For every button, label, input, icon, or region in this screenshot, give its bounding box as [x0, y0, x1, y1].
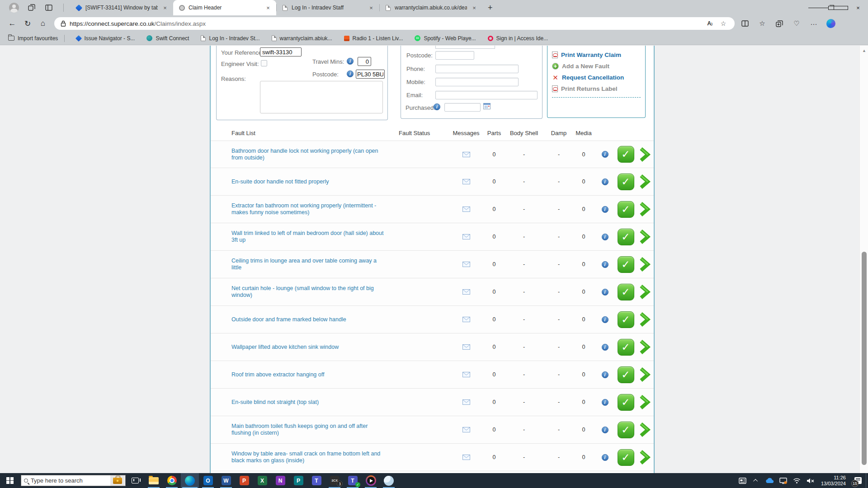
info-icon[interactable]: i [602, 234, 609, 240]
purchased-info-icon[interactable]: i [434, 103, 440, 110]
minimize-button[interactable] [808, 0, 828, 15]
fault-link[interactable]: Net curtain hole - lounge (small window … [231, 285, 374, 298]
complete-check-button[interactable]: ✓ [618, 174, 634, 190]
info-icon[interactable]: i [602, 316, 609, 323]
profile-avatar[interactable] [9, 3, 19, 13]
collections-icon[interactable] [772, 17, 787, 30]
open-fault-chevron[interactable] [639, 284, 651, 300]
complete-check-button[interactable]: ✓ [618, 366, 634, 383]
restore-button[interactable] [828, 0, 848, 15]
fault-link[interactable]: Ceiling trims in lounge area and over ta… [231, 258, 377, 271]
tab-swift-33141[interactable]: [SWIFT-33141] Window by table × [70, 0, 173, 15]
favorites-icon[interactable]: ☆ [755, 17, 770, 30]
search-input[interactable] [31, 475, 110, 486]
open-fault-chevron[interactable] [639, 257, 651, 272]
new-tab-button[interactable]: + [482, 3, 498, 13]
favorite-issue-navigator[interactable]: Issue Navigator - S... [76, 35, 135, 42]
favorite-import[interactable]: Import favourites [8, 35, 58, 42]
mobile-input[interactable] [435, 78, 519, 86]
open-fault-chevron[interactable] [639, 367, 651, 382]
open-fault-chevron[interactable] [639, 229, 651, 244]
close-button[interactable]: × [848, 0, 868, 15]
your-reference-input[interactable] [260, 47, 302, 56]
message-envelope-icon[interactable] [462, 206, 470, 212]
message-envelope-icon[interactable] [462, 317, 470, 322]
taskbar-app-circle[interactable] [380, 473, 398, 488]
add-favorite-star-icon[interactable]: ☆ [717, 18, 730, 29]
open-fault-chevron[interactable] [639, 147, 651, 162]
taskbar-app-3cx[interactable]: 3CX3 [326, 473, 344, 488]
close-tab-icon[interactable]: × [471, 5, 478, 11]
settings-more-icon[interactable]: ··· [806, 17, 821, 30]
open-fault-chevron[interactable] [639, 339, 651, 355]
action-add-new-fault[interactable]: + Add a New Fault [552, 61, 641, 72]
address-bar[interactable]: https://connect.supercare.co.uk/Claims/i… [54, 17, 735, 30]
fault-link[interactable]: Outside door and frame marked below hand… [231, 316, 346, 323]
message-envelope-icon[interactable] [462, 372, 470, 377]
split-screen-icon[interactable] [737, 17, 753, 30]
action-print-warranty-claim[interactable]: Print Warranty Claim [552, 49, 641, 61]
taskbar-search[interactable] [21, 475, 126, 486]
travel-mins-input[interactable] [358, 57, 371, 66]
complete-check-button[interactable]: ✓ [618, 449, 634, 466]
reasons-textarea[interactable] [260, 81, 383, 113]
postcode-info-icon[interactable]: i [347, 70, 354, 77]
action-print-returns-label[interactable]: Print Returns Label [552, 83, 641, 94]
tab-warrantyclaim[interactable]: warrantyclaim.abiuk.co.uk/dealer × [379, 0, 482, 15]
message-envelope-icon[interactable] [462, 344, 470, 350]
info-icon[interactable]: i [602, 454, 609, 461]
message-envelope-icon[interactable] [462, 152, 470, 157]
start-button[interactable] [0, 473, 20, 488]
close-tab-icon[interactable]: × [368, 5, 375, 11]
onedrive-icon[interactable] [763, 473, 777, 488]
message-envelope-icon[interactable] [462, 289, 470, 295]
wifi-icon[interactable] [790, 473, 804, 488]
fault-link[interactable]: Extractor fan bathroom not working prope… [231, 202, 376, 216]
open-fault-chevron[interactable] [639, 450, 651, 465]
complete-check-button[interactable]: ✓ [618, 339, 634, 356]
fault-link[interactable]: Roof trim above extractor hanging off [231, 371, 324, 378]
info-icon[interactable]: i [602, 399, 609, 406]
tray-expand-chevron[interactable] [750, 473, 763, 488]
complete-check-button[interactable]: ✓ [618, 311, 634, 328]
taskbar-app-word[interactable]: W [217, 473, 235, 488]
action-center-button[interactable]: 15 [850, 473, 866, 488]
favorite-access-identity[interactable]: Sign in | Access Ide... [488, 35, 548, 42]
info-icon[interactable]: i [602, 427, 609, 433]
favorite-swift-connect[interactable]: Swift Connect [146, 35, 189, 42]
taskbar-app-outlook[interactable]: O [199, 473, 217, 488]
taskbar-app-teams[interactable]: T [307, 473, 326, 488]
taskbar-app-media-player[interactable] [362, 473, 380, 488]
engineer-visit-checkbox[interactable] [261, 60, 267, 66]
complete-check-button[interactable]: ✓ [618, 422, 634, 438]
complete-check-button[interactable]: ✓ [618, 284, 634, 300]
widgets-news-icon[interactable] [736, 473, 750, 488]
fault-link[interactable]: En-suite door handle not fitted properly [231, 178, 329, 185]
close-tab-icon[interactable]: × [264, 5, 272, 11]
taskbar-app-powerpoint[interactable]: P [235, 473, 253, 488]
volume-muted-icon[interactable] [804, 473, 817, 488]
message-envelope-icon[interactable] [462, 179, 470, 184]
open-fault-chevron[interactable] [639, 394, 651, 410]
favorite-radio1[interactable]: Radio 1 - Listen Liv... [344, 35, 403, 42]
message-envelope-icon[interactable] [462, 262, 470, 267]
contact-postcode-input[interactable] [435, 51, 474, 60]
complete-check-button[interactable]: ✓ [618, 201, 634, 218]
fault-link[interactable]: Bathroom door handle lock not working pr… [231, 148, 378, 161]
fault-link[interactable]: Wall trim linked to left of main bedroom… [231, 230, 384, 243]
phone-input[interactable] [435, 65, 519, 73]
info-icon[interactable]: i [602, 344, 609, 351]
refresh-icon[interactable]: ↻ [20, 17, 35, 30]
briefcase-highlight[interactable] [110, 475, 125, 486]
copilot-icon[interactable] [823, 17, 839, 30]
info-icon[interactable]: i [602, 261, 609, 268]
favorite-login-intradev[interactable]: Log In - Intradev St... [201, 35, 259, 42]
open-fault-chevron[interactable] [639, 174, 651, 189]
info-icon[interactable]: i [602, 289, 609, 296]
back-icon[interactable]: ← [5, 17, 20, 30]
home-icon[interactable]: ⌂ [35, 17, 51, 30]
show-desktop-button[interactable] [866, 473, 868, 488]
fault-link[interactable]: Wallpaper lifted above kitchen sink wind… [231, 344, 339, 350]
taskbar-clock[interactable]: 11:26 13/03/2024 [817, 475, 850, 487]
tab-claim-header[interactable]: Claim Header × [173, 0, 276, 15]
